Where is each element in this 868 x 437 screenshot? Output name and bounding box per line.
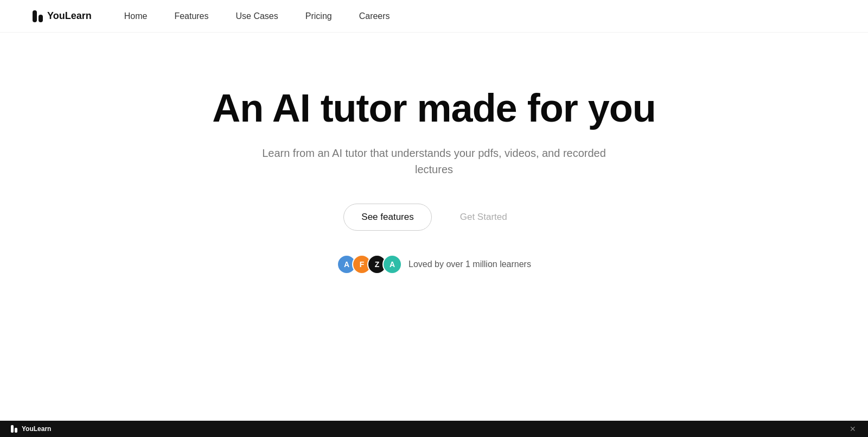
avatar-group: A F Z A xyxy=(337,255,402,274)
hero-section: An AI tutor made for you Learn from an A… xyxy=(0,33,868,307)
nav-item-home[interactable]: Home xyxy=(124,11,148,21)
nav-link-careers[interactable]: Careers xyxy=(359,11,390,21)
bottom-bar: YouLearn ✕ xyxy=(0,421,868,437)
nav-links: Home Features Use Cases Pricing Careers xyxy=(124,11,390,21)
hero-subtitle: Learn from an AI tutor that understands … xyxy=(244,145,624,178)
bb-bar-left xyxy=(11,425,14,433)
nav-link-features[interactable]: Features xyxy=(174,11,208,21)
logo-bar-right xyxy=(39,15,43,22)
nav-item-careers[interactable]: Careers xyxy=(359,11,390,21)
social-proof-text: Loved by over 1 million learners xyxy=(409,259,531,269)
bottom-close-icon[interactable]: ✕ xyxy=(848,425,857,433)
bottom-bar-logo xyxy=(11,425,17,433)
nav-item-use-cases[interactable]: Use Cases xyxy=(236,11,278,21)
logo-bar-left xyxy=(33,10,37,22)
brand-name: YouLearn xyxy=(47,10,92,22)
nav-link-use-cases[interactable]: Use Cases xyxy=(236,11,278,21)
cta-buttons: See features Get Started xyxy=(343,204,524,231)
avatar-4: A xyxy=(382,255,402,274)
nav-link-pricing[interactable]: Pricing xyxy=(305,11,332,21)
logo-icon xyxy=(33,10,43,22)
nav-link-home[interactable]: Home xyxy=(124,11,148,21)
see-features-button[interactable]: See features xyxy=(343,204,431,231)
navbar: YouLearn Home Features Use Cases Pricing… xyxy=(0,0,868,33)
bottom-bar-brand-name: YouLearn xyxy=(22,425,51,433)
hero-title: An AI tutor made for you xyxy=(212,87,655,130)
bottom-bar-right: ✕ xyxy=(848,425,857,433)
social-proof: A F Z A Loved by over 1 million learners xyxy=(337,255,531,274)
get-started-button[interactable]: Get Started xyxy=(443,204,525,230)
bb-bar-right xyxy=(15,428,17,433)
logo[interactable]: YouLearn xyxy=(33,10,92,22)
nav-item-features[interactable]: Features xyxy=(174,11,208,21)
nav-item-pricing[interactable]: Pricing xyxy=(305,11,332,21)
